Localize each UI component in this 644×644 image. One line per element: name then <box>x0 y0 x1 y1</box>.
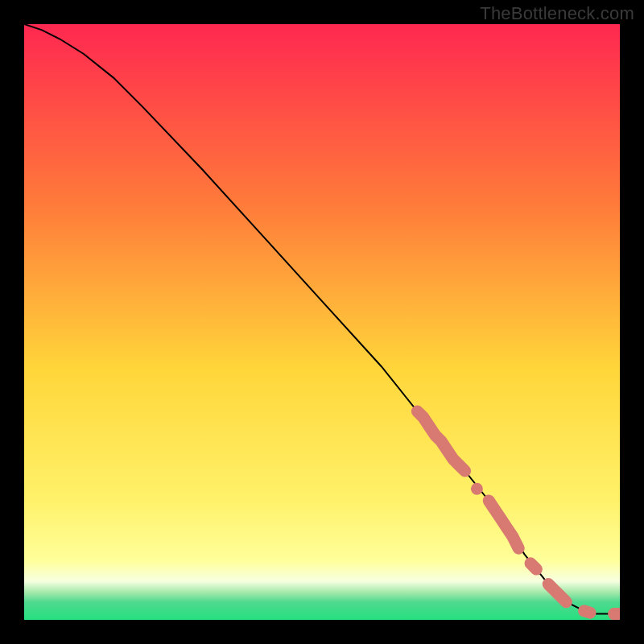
plot-background <box>24 24 620 620</box>
attribution-text: TheBottleneck.com <box>480 3 634 24</box>
marker-run <box>530 564 536 569</box>
marker-dot <box>471 483 483 495</box>
marker-run <box>584 611 590 613</box>
bottleneck-chart <box>24 24 620 620</box>
chart-frame: TheBottleneck.com <box>0 0 644 644</box>
